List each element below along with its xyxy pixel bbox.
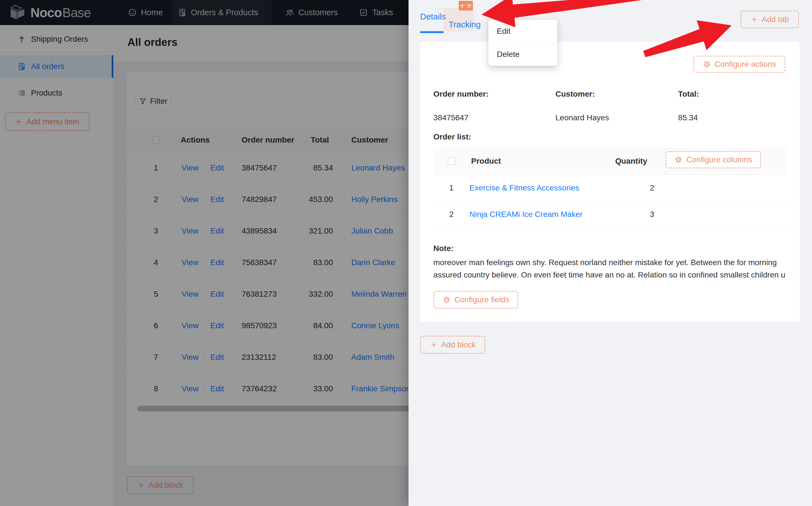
note-label: Note: (433, 244, 454, 253)
details-card: Configure actions Order number: 38475647… (420, 42, 800, 322)
gear-icon (674, 156, 682, 164)
field-value-order-number: 38475647 (433, 113, 468, 122)
field-label-customer: Customer: (556, 90, 595, 99)
field-label-order-number: Order number: (433, 90, 489, 99)
record-drawer: Details Tracking Add tab (409, 0, 812, 506)
order-list-header-row: Product Quantity Configure columns (433, 148, 787, 175)
tab-details[interactable]: Details (420, 0, 446, 33)
active-tab-ink-bar (420, 31, 444, 33)
order-list-row: 1 Exercise & Fitness Accessories 2 (433, 175, 787, 201)
move-icon[interactable] (459, 1, 466, 10)
select-all-checkbox[interactable] (448, 157, 455, 165)
cell-quantity: 3 (650, 201, 654, 228)
add-tab-button[interactable]: Add tab (741, 11, 799, 28)
order-list-row: 2 Ninja CREAMi Ice Cream Maker 3 (433, 201, 787, 228)
drawer-body: Configure actions Order number: 38475647… (409, 33, 812, 506)
tab-designer-toolbar (459, 1, 473, 10)
context-menu-item-edit[interactable]: Edit (488, 20, 558, 43)
context-menu: Edit Delete (488, 20, 558, 66)
gear-icon (443, 296, 451, 304)
app-root: NocoBase Home Orders & Products Customer… (0, 0, 812, 506)
menu-icon[interactable] (466, 1, 473, 10)
column-header-product: Product (471, 148, 501, 175)
product-link[interactable]: Exercise & Fitness Accessories (469, 175, 579, 201)
note-line: moreover man feelings own shy. Request n… (433, 256, 789, 269)
field-label-total: Total: (678, 90, 699, 99)
field-value-total: 85.34 (678, 113, 698, 122)
order-list-table: Product Quantity Configure columns 1 Exe… (433, 148, 787, 228)
cell-quantity: 2 (650, 175, 654, 201)
row-index: 1 (448, 175, 455, 201)
drawer-mask[interactable] (0, 0, 409, 506)
drawer-tab-bar: Details Tracking Add tab (409, 0, 812, 33)
plus-icon (430, 341, 437, 348)
configure-fields-button[interactable]: Configure fields (434, 291, 518, 309)
order-list-label: Order list: (433, 133, 471, 142)
product-link[interactable]: Ninja CREAMi Ice Cream Maker (469, 201, 583, 228)
row-index: 2 (448, 201, 455, 228)
configure-actions-button[interactable]: Configure actions (693, 56, 785, 73)
gear-icon (703, 60, 711, 68)
column-divider (662, 155, 662, 167)
context-menu-item-delete[interactable]: Delete (488, 43, 558, 66)
column-divider (610, 155, 610, 167)
plus-icon (750, 16, 758, 23)
note-line: assured country believe. On even feet ti… (433, 269, 789, 281)
column-header-quantity: Quantity (615, 148, 647, 175)
configure-columns-button[interactable]: Configure columns (666, 151, 761, 168)
tab-tracking[interactable]: Tracking (443, 8, 474, 31)
field-value-customer-link[interactable]: Leonard Hayes (556, 113, 609, 122)
add-block-button-drawer[interactable]: Add block (420, 336, 485, 354)
note-text: moreover man feelings own shy. Request n… (433, 256, 789, 281)
